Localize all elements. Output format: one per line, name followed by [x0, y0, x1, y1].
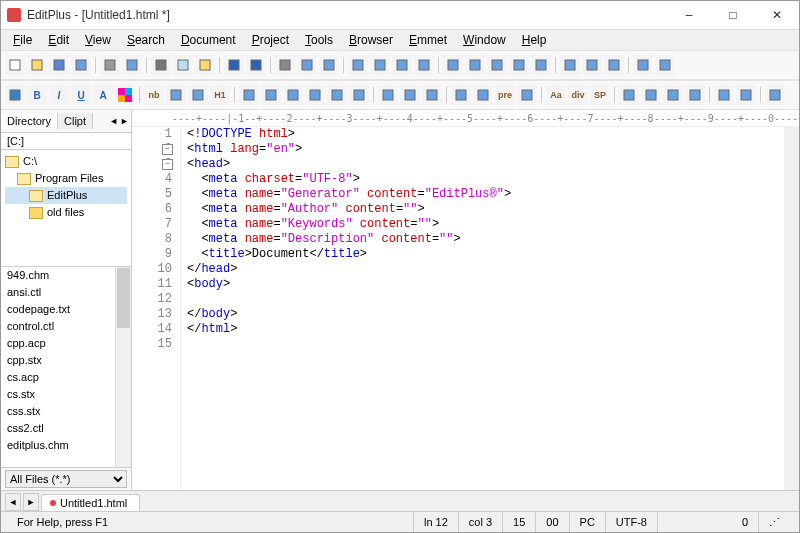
- menu-tools[interactable]: Tools: [297, 31, 341, 49]
- cut-button[interactable]: [151, 55, 171, 75]
- find-button[interactable]: [275, 55, 295, 75]
- file-item[interactable]: cpp.stx: [1, 352, 131, 369]
- file-item[interactable]: 949.chm: [1, 267, 131, 284]
- sidebar-nav-left-icon[interactable]: ◄: [109, 116, 118, 126]
- code-area[interactable]: 123456789101112131415 <!DOCTYPE html><ht…: [132, 127, 799, 490]
- menu-file[interactable]: File: [5, 31, 40, 49]
- redo-button[interactable]: [246, 55, 266, 75]
- file-item[interactable]: css.stx: [1, 403, 131, 420]
- tree-item[interactable]: EditPlus: [5, 187, 127, 204]
- input-button[interactable]: [473, 85, 493, 105]
- menu-project[interactable]: Project: [244, 31, 297, 49]
- paste-button[interactable]: [195, 55, 215, 75]
- code-text[interactable]: <!DOCTYPE html><html lang="en"><head> <m…: [181, 127, 799, 490]
- sidebar-tab-cliptext[interactable]: Clipt: [58, 113, 93, 129]
- new-button[interactable]: [5, 55, 25, 75]
- document-tab[interactable]: Untitled1.html: [41, 494, 140, 511]
- saveall-button[interactable]: [71, 55, 91, 75]
- palette-button[interactable]: [115, 85, 135, 105]
- panel2-button[interactable]: [582, 55, 602, 75]
- Aa-button[interactable]: Aa: [546, 85, 566, 105]
- wand-button[interactable]: [641, 85, 661, 105]
- rollup-button[interactable]: [663, 85, 683, 105]
- play-button[interactable]: [531, 55, 551, 75]
- menu-document[interactable]: Document: [173, 31, 244, 49]
- menu-help[interactable]: Help: [514, 31, 555, 49]
- ws-button[interactable]: [370, 55, 390, 75]
- menu-window[interactable]: Window: [455, 31, 514, 49]
- replace-button[interactable]: [297, 55, 317, 75]
- U-button[interactable]: U: [71, 85, 91, 105]
- bullets-button[interactable]: [239, 85, 259, 105]
- SP-button[interactable]: SP: [590, 85, 610, 105]
- sub-button[interactable]: [349, 85, 369, 105]
- mail-button[interactable]: [188, 85, 208, 105]
- menu-search[interactable]: Search: [119, 31, 173, 49]
- B-button[interactable]: B: [27, 85, 47, 105]
- chm-button[interactable]: [487, 55, 507, 75]
- file-item[interactable]: cs.acp: [1, 369, 131, 386]
- menu-browser[interactable]: Browser: [341, 31, 401, 49]
- copy-button[interactable]: [173, 55, 193, 75]
- form-button[interactable]: [451, 85, 471, 105]
- globe-button[interactable]: [5, 85, 25, 105]
- preview-button[interactable]: [122, 55, 142, 75]
- file-item[interactable]: codepage.txt: [1, 301, 131, 318]
- file-item[interactable]: editplus.chm: [1, 437, 131, 454]
- tab-prev-button[interactable]: ◄: [5, 493, 21, 511]
- file-item[interactable]: control.ctl: [1, 318, 131, 335]
- goto-button[interactable]: [319, 55, 339, 75]
- div-button[interactable]: div: [568, 85, 588, 105]
- print-button[interactable]: [100, 55, 120, 75]
- file-item[interactable]: cpp.acp: [1, 335, 131, 352]
- minimize-button[interactable]: –: [667, 1, 711, 29]
- panel3-button[interactable]: [604, 55, 624, 75]
- task3-button[interactable]: [765, 85, 785, 105]
- tbl-button[interactable]: [378, 85, 398, 105]
- undo-button[interactable]: [224, 55, 244, 75]
- open-button[interactable]: [27, 55, 47, 75]
- resize-grip-icon[interactable]: ⋰: [758, 512, 793, 532]
- pre-button[interactable]: pre: [495, 85, 515, 105]
- H1-button[interactable]: H1: [210, 85, 230, 105]
- file-filter-select[interactable]: All Files (*.*): [5, 470, 127, 488]
- save-button[interactable]: [49, 55, 69, 75]
- file-item[interactable]: css2.ctl: [1, 420, 131, 437]
- fold-toggle-icon[interactable]: −: [162, 159, 173, 170]
- tree-item[interactable]: old files: [5, 204, 127, 221]
- fold-toggle-icon[interactable]: −: [162, 144, 173, 155]
- note-button[interactable]: [685, 85, 705, 105]
- image-button[interactable]: [305, 85, 325, 105]
- numbers-button[interactable]: [261, 85, 281, 105]
- spell-button[interactable]: [443, 55, 463, 75]
- menu-edit[interactable]: Edit: [40, 31, 77, 49]
- file-item[interactable]: cs.stx: [1, 386, 131, 403]
- guides-button[interactable]: [414, 55, 434, 75]
- sup-button[interactable]: [327, 85, 347, 105]
- tree-item[interactable]: C:\: [5, 153, 127, 170]
- tree-item[interactable]: Program Files: [5, 170, 127, 187]
- maximize-button[interactable]: □: [711, 1, 755, 29]
- task1-button[interactable]: [714, 85, 734, 105]
- row-button[interactable]: [400, 85, 420, 105]
- editor-scrollbar[interactable]: [784, 127, 799, 490]
- file-list-scrollbar[interactable]: [115, 267, 131, 467]
- panel-button[interactable]: [560, 55, 580, 75]
- sidebar-tab-directory[interactable]: Directory: [1, 113, 58, 129]
- list2-button[interactable]: [517, 85, 537, 105]
- font-button[interactable]: A: [93, 85, 113, 105]
- close-button[interactable]: ✕: [755, 1, 799, 29]
- record-button[interactable]: [509, 55, 529, 75]
- indent-button[interactable]: [392, 55, 412, 75]
- task2-button[interactable]: [736, 85, 756, 105]
- file-item[interactable]: ansi.ctl: [1, 284, 131, 301]
- I-button[interactable]: I: [49, 85, 69, 105]
- tile-button[interactable]: [633, 55, 653, 75]
- wrap-button[interactable]: [348, 55, 368, 75]
- col-button[interactable]: [422, 85, 442, 105]
- anchor-button[interactable]: [166, 85, 186, 105]
- menu-emmet[interactable]: Emmet: [401, 31, 455, 49]
- sidebar-nav-right-icon[interactable]: ►: [120, 116, 129, 126]
- browse-button[interactable]: [465, 55, 485, 75]
- drive-selector[interactable]: [C:]: [1, 133, 131, 150]
